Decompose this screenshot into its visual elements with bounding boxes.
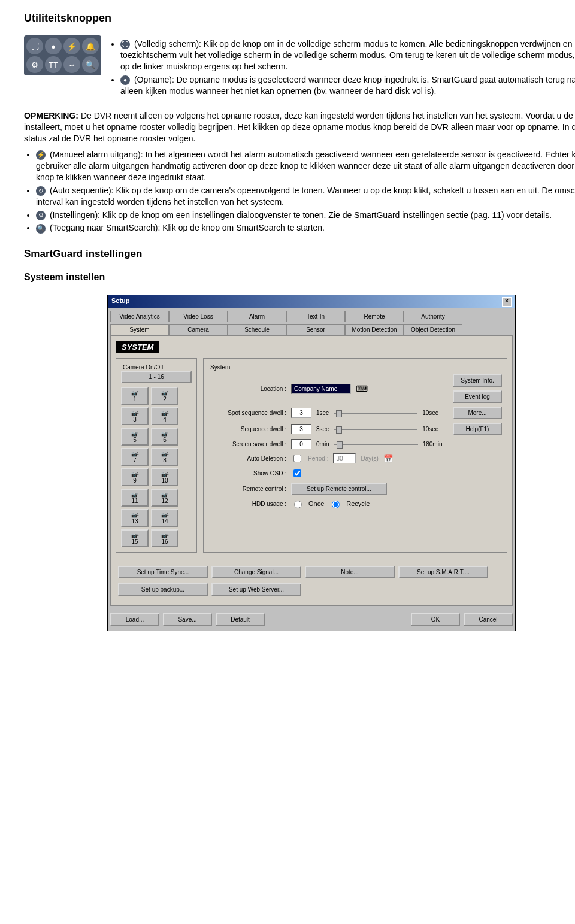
dwell-label-1: Sequence dwell : — [208, 426, 286, 432]
camera-button-6[interactable]: 📷¹6 — [151, 428, 178, 446]
dwell-value-1[interactable]: 3 — [291, 424, 311, 434]
calendar-icon[interactable]: 📅 — [383, 454, 393, 463]
tt-icon: TT — [45, 56, 62, 73]
camera-button-11[interactable]: 📷¹11 — [121, 489, 149, 507]
camera-button-14[interactable]: 📷¹14 — [151, 509, 178, 527]
ok-button[interactable]: OK — [411, 613, 460, 626]
close-icon[interactable]: × — [502, 297, 512, 307]
dwell-slider-2[interactable] — [334, 440, 418, 449]
system-legend: System — [208, 364, 232, 371]
tab-video-loss[interactable]: Video Loss — [169, 311, 228, 322]
default-button[interactable]: Default — [216, 613, 265, 626]
note-button[interactable]: Note... — [305, 566, 395, 578]
camera-button-9[interactable]: 📷¹9 — [121, 468, 149, 486]
fullscreen-inline-icon: ⛶ — [120, 40, 130, 49]
event-log-button[interactable]: Event log — [453, 390, 502, 403]
remote-control-button[interactable]: Set up Remote control... — [291, 483, 387, 495]
list-item-settings: ⚙ (Instellingen): Klik op de knop om een… — [36, 210, 575, 221]
action-row-2: Set up backup... Set up Web Server... — [116, 583, 507, 601]
remark-paragraph: OPMERKING: De DVR neemt alleen op volgen… — [24, 110, 575, 144]
camera-button-1[interactable]: 📷¹1 — [121, 387, 149, 405]
system-fieldset: System Location : Company Name ⌨ System … — [203, 358, 507, 553]
period-label: Period : — [308, 455, 328, 462]
settings-icon: ⚙ — [26, 56, 43, 73]
dialog-bottom-row: Load... Save... Default OK Cancel — [108, 608, 515, 631]
dwell-value-2[interactable]: 0 — [291, 439, 311, 449]
tab-text-in[interactable]: Text-In — [286, 311, 345, 322]
page-number: 11 — [24, 646, 575, 655]
secondary-list: ⚡ (Manueel alarm uitgang): In het algeme… — [36, 149, 575, 234]
smart-button[interactable]: Set up S.M.A.R.T.... — [398, 566, 488, 578]
location-input[interactable]: Company Name — [291, 384, 351, 394]
show-osd-checkbox[interactable] — [293, 469, 301, 477]
camera-button-5[interactable]: 📷¹5 — [121, 428, 149, 446]
sequence-icon: 🔔 — [82, 38, 99, 54]
tab-object-detection[interactable]: Object Detection — [404, 324, 462, 335]
change-signal-button[interactable]: Change Signal... — [211, 566, 301, 578]
camera-button-8[interactable]: 📷¹8 — [151, 448, 178, 466]
tab-alarm[interactable]: Alarm — [228, 311, 286, 322]
camera-button-4[interactable]: 📷¹4 — [151, 407, 178, 425]
show-osd-label: Show OSD : — [208, 470, 286, 477]
cancel-button[interactable]: Cancel — [464, 613, 513, 626]
tab-video-analytics[interactable]: Video Analytics — [110, 311, 169, 322]
camera-button-16[interactable]: 📷¹16 — [151, 529, 178, 547]
save-button[interactable]: Save... — [163, 613, 212, 626]
backup-button[interactable]: Set up backup... — [118, 583, 208, 596]
camera-button-3[interactable]: 📷¹3 — [121, 407, 149, 425]
dwell-slider-1[interactable] — [334, 425, 417, 434]
fullscreen-icon: ⛶ — [26, 38, 43, 54]
time-sync-button[interactable]: Set up Time Sync... — [118, 566, 208, 578]
camera-button-2[interactable]: 📷¹2 — [151, 387, 178, 405]
dwell-value-0[interactable]: 3 — [291, 408, 311, 418]
camera-button-7[interactable]: 📷¹7 — [121, 448, 149, 466]
camera-button-15[interactable]: 📷¹15 — [121, 529, 149, 547]
tab-camera[interactable]: Camera — [169, 324, 228, 335]
tab-remote[interactable]: Remote — [345, 311, 404, 322]
dwell-left-2: 0min — [316, 441, 329, 447]
tab-schedule[interactable]: Schedule — [228, 324, 286, 335]
tab-motion-detection[interactable]: Motion Detection — [345, 324, 404, 335]
hdd-recycle-radio[interactable] — [332, 501, 340, 508]
list-item-smartsearch: 🔍 (Toegang naar SmartSearch): Klik op de… — [36, 222, 575, 234]
location-label: Location : — [208, 386, 286, 392]
manual-alarm-text: (Manueel alarm uitgang): In het algemeen… — [36, 150, 575, 182]
alarm-out-icon: ⚡ — [63, 38, 80, 54]
camera-button-12[interactable]: 📷¹12 — [151, 489, 178, 507]
action-row-1: Set up Time Sync... Change Signal... Not… — [116, 561, 507, 583]
settings-inline-icon: ⚙ — [36, 211, 46, 220]
camera-onoff-fieldset: Camera On/Off 1 - 16 📷¹1📷¹2📷¹3📷¹4📷¹5📷¹6📷… — [116, 358, 197, 553]
keyboard-icon[interactable]: ⌨ — [356, 384, 368, 393]
dwell-right-2: 180min — [423, 441, 443, 447]
camera-grid: 📷¹1📷¹2📷¹3📷¹4📷¹5📷¹6📷¹7📷¹8📷¹9📷¹10📷¹11📷¹12📷… — [121, 387, 192, 547]
sequence-inline-icon: ↻ — [36, 186, 46, 196]
utility-buttons-grid: ⛶ ● ⚡ 🔔 ⚙ TT ↔ 🔍 — [24, 35, 101, 75]
record-inline-icon: ● — [120, 75, 130, 85]
intro-fullscreen-text: (Volledig scherm): Klik op de knop om in… — [120, 39, 575, 71]
camera-button-10[interactable]: 📷¹10 — [151, 468, 178, 486]
tab-authority[interactable]: Authority — [404, 311, 462, 322]
load-button[interactable]: Load... — [110, 613, 159, 626]
hdd-usage-label: HDD usage : — [208, 501, 286, 507]
dwell-slider-0[interactable] — [334, 409, 417, 417]
auto-deletion-checkbox[interactable] — [293, 455, 301, 462]
tab-sensor[interactable]: Sensor — [286, 324, 345, 335]
hdd-once-radio[interactable] — [294, 501, 302, 508]
remark-text: De DVR neemt alleen op volgens het opnam… — [24, 111, 575, 143]
webserver-button[interactable]: Set up Web Server... — [211, 583, 301, 596]
remote-control-label: Remote control : — [208, 486, 286, 492]
dwell-right-1: 10sec — [422, 426, 438, 432]
record-icon: ● — [45, 38, 62, 54]
dwell-btn-0[interactable]: More... — [453, 407, 502, 419]
list-item-auto-sequence: ↻ (Auto sequentie): Klik op de knop om d… — [36, 185, 575, 208]
hdd-once-label: Once — [308, 500, 324, 507]
camera-range-button[interactable]: 1 - 16 — [121, 371, 192, 383]
camera-button-13[interactable]: 📷¹13 — [121, 509, 149, 527]
alarm-out-inline-icon: ⚡ — [36, 150, 46, 160]
intro-item-record: ● (Opname): De opname modus is geselecte… — [120, 74, 575, 97]
system-info-button[interactable]: System Info. — [453, 374, 502, 387]
dwell-btn-1[interactable]: Help(F1) — [453, 423, 502, 435]
settings-link-text: SmartGuard instellingen — [354, 210, 444, 220]
tab-system[interactable]: System — [110, 324, 169, 335]
period-input: 30 — [333, 453, 356, 463]
